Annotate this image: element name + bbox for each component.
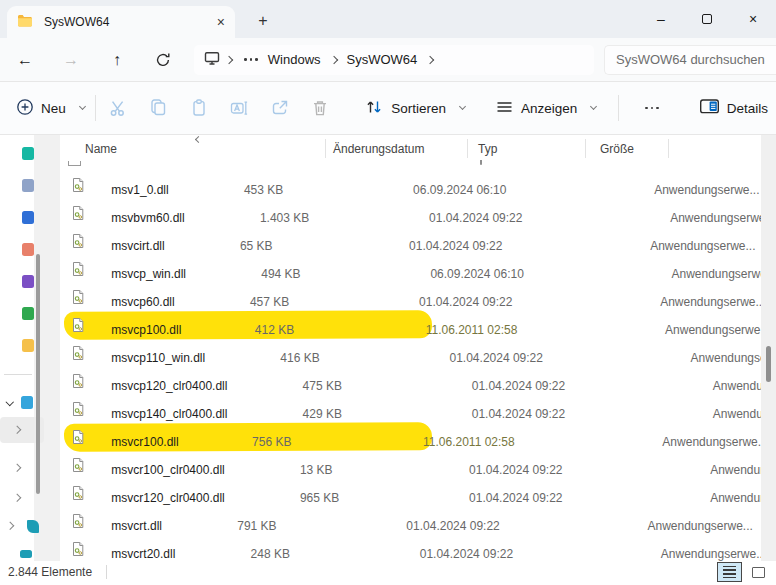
- column-divider[interactable]: [585, 139, 586, 158]
- file-row[interactable]: msv1_0.dll 06.09.2024 06:10 Anwendungser…: [60, 171, 761, 199]
- file-size: 248 KB: [251, 547, 290, 561]
- column-header-row: Name Änderungsdatum Typ Größe: [60, 135, 761, 161]
- item-count: 2.844 Elemente: [8, 565, 92, 579]
- file-date: 01.04.2024 09:22: [409, 239, 502, 253]
- maximize-button[interactable]: [684, 0, 730, 38]
- forward-button[interactable]: →: [54, 43, 88, 77]
- explorer-tab[interactable]: SysWOW64 ×: [7, 6, 235, 38]
- file-row[interactable]: msvcp110_win.dll 01.04.2024 09:22 Anwend…: [60, 339, 761, 367]
- file-date: 01.04.2024 09:22: [472, 379, 565, 393]
- file-size: 756 KB: [252, 435, 291, 449]
- file-row[interactable]: msvcp100.dll 11.06.2011 02:58 Anwendungs…: [60, 311, 761, 339]
- new-tab-button[interactable]: +: [250, 9, 276, 33]
- file-row[interactable]: msvcp_win.dll 06.09.2024 06:10 Anwendung…: [60, 255, 761, 283]
- dll-file-icon: [70, 266, 89, 280]
- copy-icon: [148, 98, 168, 118]
- file-size: 457 KB: [250, 295, 289, 309]
- file-name: msvcirt.dll: [111, 239, 164, 253]
- file-name: msvcp100.dll: [111, 323, 181, 337]
- column-divider[interactable]: [668, 139, 669, 158]
- file-name: msvcp60.dll: [111, 295, 174, 309]
- share-icon: [270, 98, 290, 118]
- column-header-name[interactable]: Name: [85, 142, 117, 156]
- sidebar-item-icon: [22, 243, 34, 256]
- share-button[interactable]: [259, 90, 299, 126]
- sidebar-scrollbar[interactable]: [36, 254, 40, 494]
- file-row[interactable]: msvcr120_clr0400.dll 01.04.2024 09:22 An…: [60, 479, 761, 507]
- file-row[interactable]: msvcp140_clr0400.dll 01.04.2024 09:22 An…: [60, 395, 761, 423]
- breadcrumb-windows[interactable]: Windows: [264, 52, 325, 67]
- file-row[interactable]: msvcp120_clr0400.dll 01.04.2024 09:22 An…: [60, 367, 761, 395]
- sidebar-item[interactable]: [0, 541, 44, 561]
- back-button[interactable]: ←: [8, 43, 42, 77]
- delete-button[interactable]: [300, 90, 340, 126]
- sort-button[interactable]: Sortieren: [356, 90, 473, 126]
- trash-icon: [310, 98, 330, 118]
- file-type: Anwendungserwe...: [665, 323, 770, 337]
- column-divider[interactable]: [325, 139, 326, 158]
- breadcrumb-overflow-button[interactable]: [238, 58, 264, 61]
- chevron-right-icon: [426, 55, 434, 63]
- file-row[interactable]: msvcrt20.dll 01.04.2024 09:22 Anwendungs…: [60, 535, 761, 561]
- list-scrollbar-thumb[interactable]: [766, 346, 771, 382]
- minimize-button[interactable]: –: [638, 0, 684, 38]
- file-explorer-window: SysWOW64 × + – × ← → ↑ Windows SysWOW64: [0, 0, 776, 585]
- file-size: 13 KB: [300, 463, 333, 477]
- up-button[interactable]: ↑: [100, 43, 134, 77]
- this-pc-monitor-icon[interactable]: [204, 51, 220, 68]
- copy-button[interactable]: [138, 90, 178, 126]
- breadcrumb-syswow64[interactable]: SysWOW64: [343, 52, 422, 67]
- search-box: [604, 45, 776, 75]
- file-size: 65 KB: [240, 239, 273, 253]
- file-row[interactable]: msvcrt.dll 01.04.2024 09:22 Anwendungser…: [60, 507, 761, 535]
- sidebar-separator: [4, 374, 32, 375]
- status-bar: 2.844 Elemente: [0, 561, 776, 583]
- details-button-label: Details: [727, 101, 768, 116]
- chevron-right-icon: [13, 426, 21, 434]
- rename-button[interactable]: [219, 90, 259, 126]
- see-more-button[interactable]: [631, 90, 673, 126]
- sidebar-item-network[interactable]: [0, 513, 44, 539]
- navigation-pane: [0, 135, 60, 561]
- search-input[interactable]: [605, 46, 776, 74]
- file-name: msvcp140_clr0400.dll: [111, 407, 227, 421]
- details-pane-button[interactable]: Details: [691, 90, 776, 126]
- paste-button[interactable]: [178, 90, 218, 126]
- column-divider[interactable]: [467, 139, 468, 158]
- file-row[interactable]: msvcr100.dll 11.06.2011 02:58 Anwendungs…: [60, 423, 761, 451]
- file-size: 494 KB: [261, 267, 300, 281]
- file-size: 412 KB: [255, 323, 294, 337]
- dll-file-icon: [70, 210, 89, 224]
- file-date: 01.04.2024 09:22: [469, 463, 562, 477]
- cut-button[interactable]: [98, 90, 138, 126]
- view-lines-icon: [495, 99, 514, 118]
- large-icons-view-icon: [752, 567, 765, 578]
- large-icons-view-toggle[interactable]: [748, 564, 768, 581]
- file-row[interactable]: msvcr100_clr0400.dll 01.04.2024 09:22 An…: [60, 451, 761, 479]
- file-row[interactable]: msvcp60.dll 01.04.2024 09:22 Anwendungse…: [60, 283, 761, 311]
- tab-close-icon[interactable]: ×: [217, 15, 225, 29]
- file-date: 01.04.2024 09:22: [406, 519, 499, 533]
- details-view-toggle[interactable]: [717, 562, 742, 582]
- main-content: Name Änderungsdatum Typ Größe msv1_0.dll…: [0, 135, 776, 561]
- file-row[interactable]: msvbvm60.dll 01.04.2024 09:22 Anwendungs…: [60, 199, 761, 227]
- sidebar-item-icon: [22, 147, 34, 160]
- file-name: msvcp120_clr0400.dll: [111, 379, 227, 393]
- column-header-date[interactable]: Änderungsdatum: [333, 142, 424, 156]
- file-date: 01.04.2024 09:22: [419, 295, 512, 309]
- file-type: Anwendungserwe...: [670, 211, 775, 225]
- list-scrollbar-track[interactable]: [761, 135, 776, 561]
- file-date: 11.06.2011 02:58: [423, 435, 515, 449]
- file-name: msvcr100.dll: [111, 435, 178, 449]
- file-date: 01.04.2024 09:22: [429, 211, 522, 225]
- network-icon: [27, 520, 39, 533]
- column-header-size[interactable]: Größe: [600, 142, 634, 156]
- view-button[interactable]: Anzeigen: [487, 90, 604, 126]
- refresh-icon[interactable]: [146, 43, 180, 77]
- file-row[interactable]: msvcirt.dll 01.04.2024 09:22 Anwendungse…: [60, 227, 761, 255]
- new-button[interactable]: Neu: [8, 90, 93, 126]
- file-name: msvcp_win.dll: [111, 267, 186, 281]
- column-header-type[interactable]: Typ: [478, 142, 497, 156]
- sort-button-label: Sortieren: [391, 101, 446, 116]
- close-button[interactable]: ×: [730, 0, 776, 38]
